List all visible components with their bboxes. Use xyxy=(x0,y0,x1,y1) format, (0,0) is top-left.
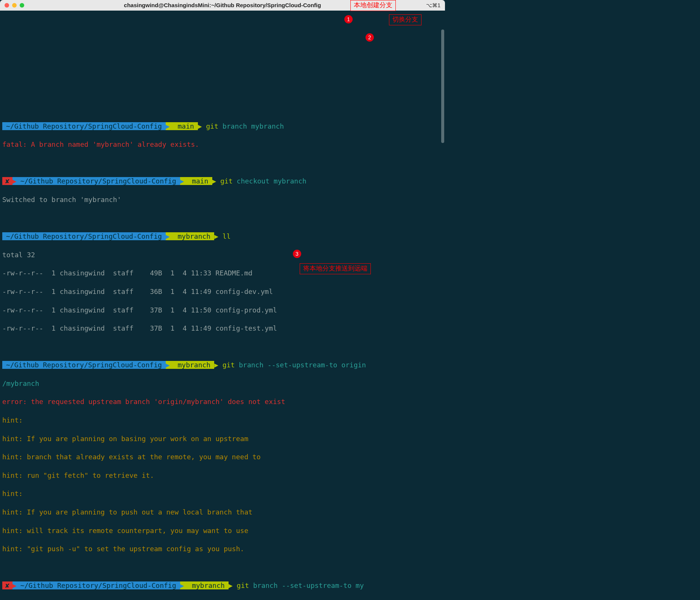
badge-3: 3 xyxy=(293,250,301,258)
badge-2: 2 xyxy=(366,33,374,42)
branch-segment: main xyxy=(170,122,198,130)
path-segment: ~/Github Repository/SpringCloud-Config xyxy=(2,361,166,369)
scrollbar[interactable] xyxy=(441,30,444,143)
window-title: chasingwind@ChasingindsMini:~/Github Rep… xyxy=(124,2,321,9)
cmd-args: branch --set-upstream-to origin xyxy=(235,361,366,369)
ll-row: -rw-r--r-- 1 chasingwind staff 37B 1 4 1… xyxy=(2,324,443,333)
output-hint: hint: If you are planning on basing your… xyxy=(2,434,443,443)
ll-row: total 32 xyxy=(2,250,443,260)
output-hint: hint: "git push -u" to set the upstream … xyxy=(2,544,443,553)
error-mark: ✘ xyxy=(2,177,12,185)
output-switched: Switched to branch 'mybranch' xyxy=(2,195,443,204)
prompt-line-4: ~/Github Repository/SpringCloud-Config▶ … xyxy=(2,361,443,370)
ll-row: -rw-r--r-- 1 chasingwind staff 49B 1 4 1… xyxy=(2,269,443,278)
ll-row: -rw-r--r-- 1 chasingwind staff 37B 1 4 1… xyxy=(2,306,443,315)
cmd-git: git xyxy=(222,361,235,369)
close-button[interactable] xyxy=(5,3,9,8)
cmd-args: checkout mybranch xyxy=(233,177,306,185)
cmd-git: git xyxy=(206,122,219,130)
output-hint: hint: branch that already exists at the … xyxy=(2,452,443,462)
branch-segment: main xyxy=(184,177,212,185)
path-segment: ~/Github Repository/SpringCloud-Config xyxy=(17,177,180,185)
prompt-line-2: ✘▶~/Github Repository/SpringCloud-Config… xyxy=(2,177,443,186)
annotation-push-remote: 将本地分支推送到远端 xyxy=(300,263,371,274)
cmd-cont: /mybranch xyxy=(2,379,443,388)
prompt-line-5: ✘▶~/Github Repository/SpringCloud-Config… xyxy=(2,581,443,590)
path-segment: ~/Github Repository/SpringCloud-Config xyxy=(17,581,180,589)
output-hint: hint: xyxy=(2,489,443,498)
output-fatal: fatal: A branch named 'mybranch' already… xyxy=(2,140,443,149)
annotation-create-branch: 本地创建分支 xyxy=(350,0,396,11)
cmd-args: branch mybranch xyxy=(218,122,284,130)
badge-1: 1 xyxy=(344,15,353,23)
path-segment: ~/Github Repository/SpringCloud-Config xyxy=(2,232,166,240)
cmd-git: git xyxy=(220,177,233,185)
cmd-args: branch --set-upstream-to my xyxy=(249,581,364,589)
minimize-button[interactable] xyxy=(12,3,17,8)
output-hint: hint: run "git fetch" to retrieve it. xyxy=(2,471,443,480)
window-shortcut: ⌥⌘1 xyxy=(426,2,440,9)
prompt-line-1: ~/Github Repository/SpringCloud-Config▶ … xyxy=(2,122,443,131)
branch-segment: mybranch xyxy=(170,232,215,240)
cmd-git: git xyxy=(237,581,249,589)
branch-segment: mybranch xyxy=(170,361,215,369)
terminal-body[interactable]: 本地创建分支 切换分支 1 2 3 将本地分支推送到远端 ~/Github Re… xyxy=(0,11,445,600)
path-segment: ~/Github Repository/SpringCloud-Config xyxy=(2,122,166,130)
output-hint: hint: xyxy=(2,416,443,425)
maximize-button[interactable] xyxy=(20,3,24,8)
branch-segment: mybranch xyxy=(184,581,229,589)
output-hint: hint: If you are planning to push out a … xyxy=(2,508,443,517)
traffic-lights xyxy=(5,3,24,8)
annotation-switch-branch: 切换分支 xyxy=(389,14,422,25)
prompt-line-3: ~/Github Repository/SpringCloud-Config▶ … xyxy=(2,232,443,241)
ll-row: -rw-r--r-- 1 chasingwind staff 36B 1 4 1… xyxy=(2,287,443,296)
output-error: error: the requested upstream branch 'or… xyxy=(2,397,443,406)
error-mark: ✘ xyxy=(2,581,12,589)
cmd-ll: ll xyxy=(222,232,231,240)
output-hint: hint: will track its remote counterpart,… xyxy=(2,526,443,535)
